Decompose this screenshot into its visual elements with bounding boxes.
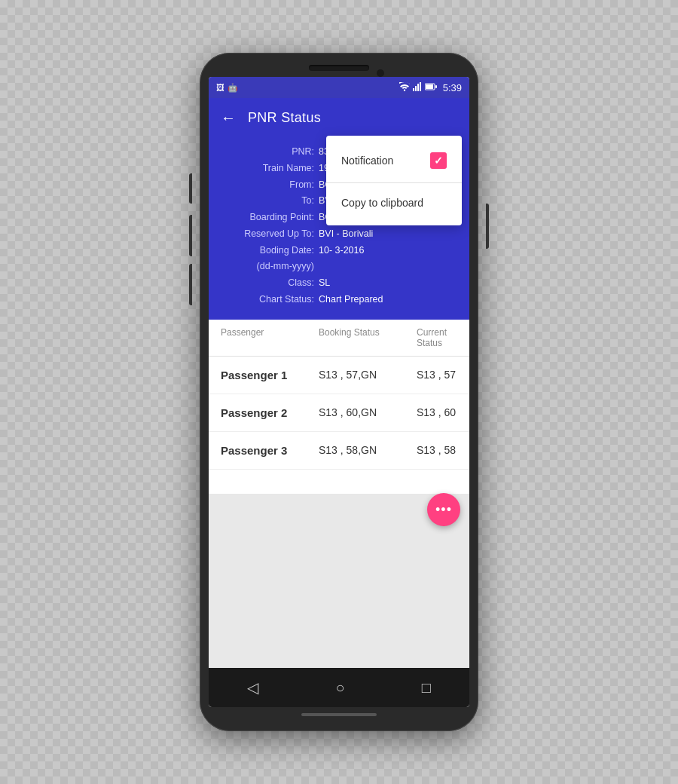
svg-rect-3 [420, 82, 421, 91]
clipboard-label: Copy to clipboard [341, 197, 423, 209]
menu-divider [326, 182, 462, 183]
copy-clipboard-menu-item[interactable]: Copy to clipboard [326, 186, 462, 219]
more-options-icon: ••• [435, 502, 452, 518]
label-from: From: [221, 178, 319, 192]
info-row-dateformat: (dd-mm-yyyy) [221, 259, 457, 274]
label-class: Class: [221, 276, 319, 290]
current-status-3: S13 , 58 [417, 444, 457, 456]
notification-checkbox[interactable]: ✓ [430, 152, 447, 169]
svg-rect-1 [415, 86, 417, 91]
time-display: 5:39 [443, 82, 462, 93]
table-row: Passenger 2 S13 , 60,GN S13 , 60 [209, 394, 469, 432]
overflow-menu: Notification ✓ Copy to clipboard [326, 136, 462, 225]
label-pnr: PNR: [221, 145, 319, 159]
info-row-reserved: Reserved Up To: BVI - Borivali [221, 227, 457, 241]
android-icon: 🤖 [228, 83, 238, 93]
label-date: Boding Date: [221, 243, 319, 258]
signal-icon [413, 82, 422, 93]
status-bar: 🖼 🤖 [209, 77, 469, 98]
svg-rect-0 [413, 88, 414, 91]
back-button[interactable]: ← [221, 109, 236, 127]
silent-button[interactable] [189, 264, 192, 305]
value-class: SL [319, 276, 330, 290]
app-bar: ← PNR Status [209, 98, 469, 137]
battery-icon [425, 82, 437, 93]
info-row-date: Boding Date: 10- 3-2016 [221, 243, 457, 258]
front-camera [377, 69, 384, 77]
passenger-name-1: Passenger 1 [221, 369, 319, 381]
booking-status-1: S13 , 57,GN [319, 369, 417, 381]
label-dateformat: (dd-mm-yyyy) [221, 259, 319, 274]
home-indicator [209, 707, 469, 722]
svg-rect-5 [426, 84, 433, 89]
bottom-navigation: ◁ ○ □ [209, 668, 469, 707]
app-title: PNR Status [248, 110, 321, 126]
label-to: To: [221, 194, 319, 208]
svg-rect-6 [435, 85, 437, 88]
volume-down-button[interactable] [189, 215, 192, 256]
notification-label: Notification [341, 155, 393, 167]
value-reserved: BVI - Borivali [319, 227, 373, 241]
label-reserved: Reserved Up To: [221, 227, 319, 241]
power-button[interactable] [486, 204, 489, 249]
nav-recents-button[interactable]: □ [407, 673, 446, 703]
value-chart: Chart Prepared [319, 292, 383, 307]
nav-back-button[interactable]: ◁ [232, 672, 273, 703]
passenger-name-2: Passenger 2 [221, 406, 319, 419]
current-status-1: S13 , 57 [417, 369, 457, 381]
fab-button[interactable]: ••• [427, 493, 460, 526]
booking-status-2: S13 , 60,GN [319, 406, 417, 418]
svg-rect-2 [417, 84, 419, 91]
nav-home-button[interactable]: ○ [320, 673, 359, 703]
phone-screen: 🖼 🤖 [209, 77, 469, 707]
table-row: Passenger 3 S13 , 58,GN S13 , 58 [209, 432, 469, 470]
value-date: 10- 3-2016 [319, 243, 364, 258]
table-row: Passenger 1 S13 , 57,GN S13 , 57 [209, 357, 469, 394]
header-passenger: Passenger [221, 327, 319, 348]
header-current: Current Status [417, 327, 457, 348]
status-left-icons: 🖼 🤖 [216, 83, 238, 93]
phone-device: 🖼 🤖 [200, 53, 478, 731]
info-row-class: Class: SL [221, 276, 457, 290]
info-row-chart: Chart Status: Chart Prepared [221, 292, 457, 307]
home-bar [301, 713, 377, 716]
label-train: Train Name: [221, 161, 319, 176]
passenger-table: Passenger Booking Status Current Status … [209, 320, 469, 494]
header-booking: Booking Status [319, 327, 417, 348]
status-right-icons: 5:39 [399, 82, 462, 93]
booking-status-3: S13 , 58,GN [319, 444, 417, 456]
passenger-name-3: Passenger 3 [221, 444, 319, 457]
table-header: Passenger Booking Status Current Status [209, 320, 469, 357]
notification-menu-item[interactable]: Notification ✓ [326, 142, 462, 179]
label-chart: Chart Status: [221, 292, 319, 307]
notification-icon: 🖼 [216, 83, 224, 92]
checkmark-icon: ✓ [434, 155, 443, 167]
speaker [309, 65, 369, 71]
wifi-icon [399, 82, 410, 93]
label-boarding: Boarding Point: [221, 210, 319, 225]
current-status-2: S13 , 60 [417, 406, 457, 418]
volume-up-button[interactable] [189, 173, 192, 204]
